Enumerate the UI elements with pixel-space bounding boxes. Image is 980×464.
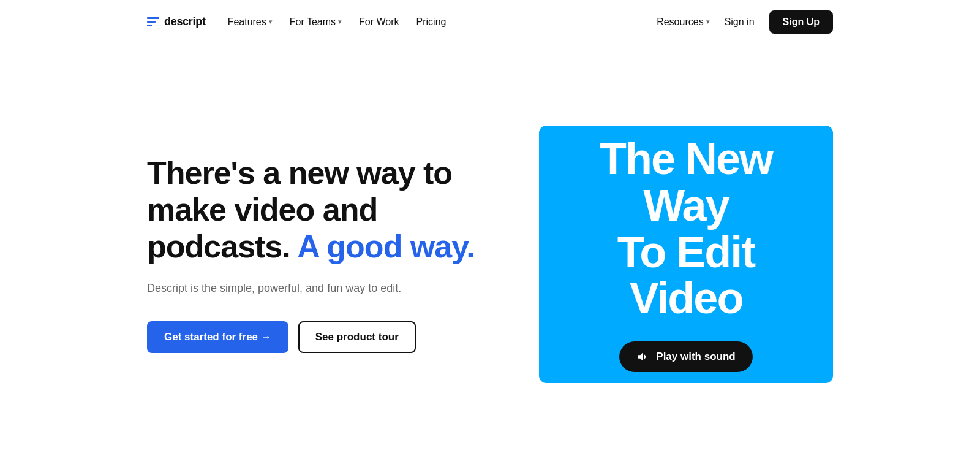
headline-accent: A good way. xyxy=(297,229,474,264)
signin-button[interactable]: Sign in xyxy=(725,17,755,28)
logo-text: descript xyxy=(164,15,206,28)
nav-pricing[interactable]: Pricing xyxy=(417,17,447,28)
chevron-down-icon: ▾ xyxy=(338,18,342,26)
get-started-button[interactable]: Get started for free → xyxy=(147,321,288,353)
nav-links: Features ▾ For Teams ▾ For Work Pricing xyxy=(228,17,447,28)
hero-headline: There's a new way to make video and podc… xyxy=(147,155,490,265)
chevron-down-icon: ▾ xyxy=(269,18,273,26)
see-product-tour-button[interactable]: See product tour xyxy=(298,321,416,353)
signup-button[interactable]: Sign Up xyxy=(769,10,833,34)
nav-left: descript Features ▾ For Teams ▾ For Work… xyxy=(147,15,446,28)
hero-buttons: Get started for free → See product tour xyxy=(147,321,490,353)
navbar: descript Features ▾ For Teams ▾ For Work… xyxy=(0,0,980,44)
play-sound-label: Play with sound xyxy=(656,351,735,363)
hero-right: The New Way To Edit Video Play with soun… xyxy=(539,126,833,383)
nav-resources[interactable]: Resources ▾ xyxy=(657,17,709,28)
chevron-down-icon: ▾ xyxy=(706,18,710,26)
hero-section: There's a new way to make video and podc… xyxy=(0,44,980,464)
logo-icon xyxy=(147,17,159,26)
sound-icon xyxy=(636,350,650,363)
hero-left: There's a new way to make video and podc… xyxy=(147,155,490,352)
video-panel: The New Way To Edit Video Play with soun… xyxy=(539,126,833,383)
play-with-sound-button[interactable]: Play with sound xyxy=(619,341,752,372)
logo[interactable]: descript xyxy=(147,15,206,28)
nav-right: Resources ▾ Sign in Sign Up xyxy=(657,10,833,34)
nav-for-work[interactable]: For Work xyxy=(359,17,399,28)
nav-for-teams[interactable]: For Teams ▾ xyxy=(290,17,342,28)
hero-subtext: Descript is the simple, powerful, and fu… xyxy=(147,280,490,297)
nav-features[interactable]: Features ▾ xyxy=(228,17,273,28)
video-panel-title: The New Way To Edit Video xyxy=(539,136,833,321)
